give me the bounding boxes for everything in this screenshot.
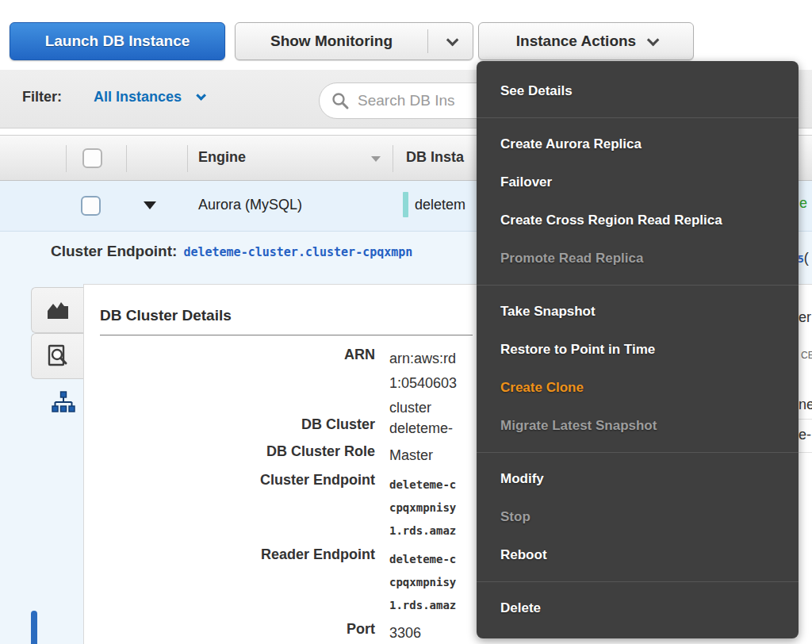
cluster-endpoint-label: Cluster Endpoint: [51, 243, 177, 260]
panel-title: DB Cluster Details [100, 307, 232, 324]
menu-item-restore-to-point-in-time[interactable]: Restore to Point in Time [477, 331, 799, 369]
menu-divider [477, 117, 799, 118]
field-label-reader-endpoint: Reader Endpoint [169, 546, 375, 563]
menu-divider [477, 581, 799, 582]
tab-logs[interactable] [31, 333, 83, 379]
field-value-arn: arn:aws:rd 1:0540603 cluster [389, 347, 457, 420]
endpoint-tail-number: 5 [798, 253, 804, 265]
cluster-tree-icon [52, 391, 75, 413]
show-monitoring-button[interactable]: Show Monitoring [235, 22, 473, 60]
field-label-db-cluster-role: DB Cluster Role [169, 443, 375, 460]
row-expand-caret-icon[interactable] [144, 201, 156, 209]
selected-tab-indicator [31, 611, 37, 644]
menu-item-create-aurora-replica[interactable]: Create Aurora Replica [477, 125, 799, 163]
column-header-engine[interactable]: Engine [198, 149, 246, 166]
endpoint-tail-fragment: 5( [798, 250, 809, 266]
chevron-down-icon [647, 33, 660, 46]
menu-item-reboot[interactable]: Reboot [477, 536, 799, 574]
row-status-fragment: e [799, 195, 807, 212]
menu-divider [477, 452, 799, 453]
menu-item-failover[interactable]: Failover [477, 163, 799, 201]
instance-actions-button[interactable]: Instance Actions [478, 22, 694, 60]
select-all-checkbox[interactable] [82, 148, 102, 168]
row-checkbox[interactable] [81, 196, 101, 216]
menu-item-promote-read-replica: Promote Read Replica [477, 240, 799, 278]
chevron-down-icon [196, 90, 206, 101]
launch-db-instance-button[interactable]: Launch DB Instance [10, 22, 225, 60]
column-divider [126, 145, 127, 172]
sort-caret-icon[interactable] [371, 156, 381, 162]
field-value-reader-endpoint: deleteme-c cpqxmpnisy 1.rds.amaz [389, 548, 456, 617]
chevron-down-icon [446, 33, 458, 46]
menu-item-stop: Stop [477, 498, 799, 536]
instance-actions-label: Instance Actions [516, 33, 636, 50]
field-label-cluster-endpoint: Cluster Endpoint [169, 472, 375, 489]
tab-monitoring[interactable] [31, 287, 83, 333]
menu-item-take-snapshot[interactable]: Take Snapshot [477, 293, 799, 331]
field-label-arn: ARN [169, 347, 375, 363]
instance-actions-menu: See Details Create Aurora Replica Failov… [477, 61, 799, 638]
row-db-instance-cell: deletem [415, 197, 465, 213]
heading-tail-fragment: er [799, 309, 811, 326]
column-header-db-instance[interactable]: DB Insta [406, 149, 464, 166]
field-label-port: Port [169, 621, 375, 638]
column-divider [393, 145, 393, 172]
menu-divider [477, 285, 799, 286]
menu-item-modify[interactable]: Modify [477, 460, 799, 498]
field-value-port: 3306 [389, 621, 421, 644]
field-label-db-cluster: DB Cluster [169, 416, 375, 433]
filter-label: Filter: [22, 89, 62, 105]
column-divider [66, 145, 67, 172]
toolbar: Launch DB Instance Show Monitoring Insta… [0, 0, 812, 70]
field-value-db-cluster: deleteme- [389, 416, 453, 441]
panel-title-rule [100, 335, 473, 335]
menu-item-delete[interactable]: Delete [477, 589, 799, 627]
search-icon [331, 91, 350, 110]
field-value-cluster-endpoint: deleteme-c cpqxmpnisy 1.rds.amaz [389, 473, 456, 542]
instance-filter-dropdown[interactable]: All Instances [94, 89, 203, 105]
endpoint-tail-paren: ( [804, 250, 809, 266]
menu-item-create-clone[interactable]: Create Clone [477, 369, 799, 407]
value-tail-fragment-1: ne [799, 397, 812, 413]
row-border-fragment [797, 419, 812, 420]
label-tail-fragment: CE [801, 350, 812, 361]
value-tail-fragment-2: e- [799, 427, 811, 443]
menu-item-create-cross-region-read-replica[interactable]: Create Cross Region Read Replica [477, 201, 799, 240]
menu-item-migrate-latest-snapshot: Migrate Latest Snapshot [477, 407, 799, 445]
cluster-endpoint-value: deleteme-cluster.cluster-cpqxmpn [183, 245, 412, 259]
show-monitoring-label: Show Monitoring [236, 33, 427, 50]
instance-filter-value: All Instances [94, 89, 182, 105]
log-search-icon [47, 344, 69, 368]
field-value-db-cluster-role: Master [389, 443, 433, 468]
row-status-marker [403, 192, 408, 217]
search-input[interactable] [358, 92, 492, 109]
show-monitoring-caret[interactable] [428, 37, 473, 46]
column-divider [187, 145, 188, 172]
tab-cluster-topology[interactable] [37, 379, 90, 425]
menu-item-see-details[interactable]: See Details [477, 72, 799, 110]
row-engine-cell: Aurora (MySQL) [198, 197, 302, 213]
cluster-endpoint-bar: Cluster Endpoint: deleteme-cluster.clust… [51, 243, 412, 260]
row-border-fragment [797, 452, 812, 453]
monitoring-chart-icon [46, 300, 70, 320]
